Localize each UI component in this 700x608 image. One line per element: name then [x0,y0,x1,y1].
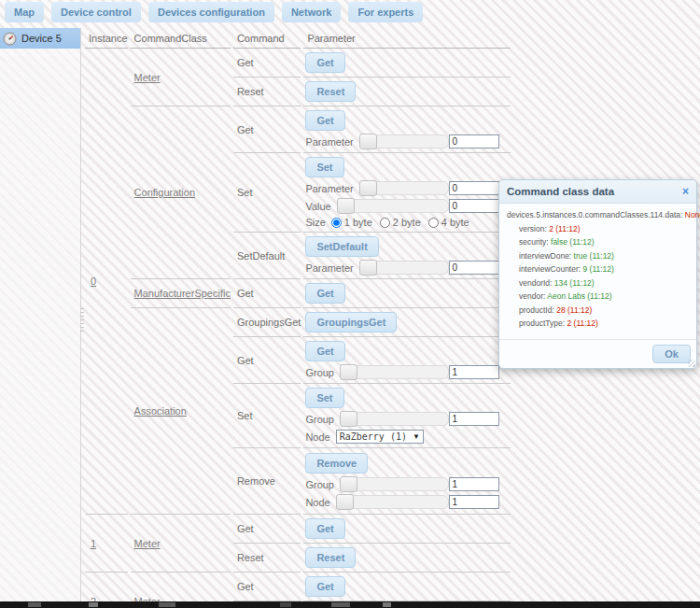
size-radio-2byte[interactable]: 2 byte [380,217,421,228]
close-icon[interactable]: × [682,186,689,197]
field-label-group: Group [305,367,334,378]
size-radio-4byte[interactable]: 4 byte [428,217,469,228]
slider-handle[interactable] [340,476,357,492]
command-class-table: Instance CommandClass Command Parameter … [82,28,513,608]
dialog-footer: Ok [499,339,696,368]
entry-value: 9 (11:12) [583,264,614,274]
groupingsget-button[interactable]: GroupingsGet [305,312,397,332]
group-slider[interactable] [340,412,449,426]
slider-handle[interactable] [359,260,377,276]
commandclass-link-association[interactable]: Association [134,405,187,417]
data-entry: devices.5.instances.0.commandClasses.114… [507,211,691,219]
set-button[interactable]: Set [305,157,343,177]
group-slider[interactable] [340,477,449,491]
data-entry: version: 2 (11:12) [507,225,691,233]
command-label: Get [233,49,301,78]
sidebar-item-device-5[interactable]: Device 5 [0,28,80,49]
nav-map[interactable]: Map [5,2,44,22]
ok-button[interactable]: Ok [652,345,691,363]
header-instance: Instance [85,28,128,49]
nav-network[interactable]: Network [282,2,341,22]
command-label: Reset [233,78,301,106]
entry-label: productId: [519,305,554,315]
commandclass-link-configuration[interactable]: Configuration [134,187,195,198]
field-label-size: Size [305,217,325,228]
header-commandclass: CommandClass [131,28,231,49]
radio-label: 4 byte [441,217,469,228]
entry-value: 2 (11:12) [549,224,580,233]
command-label: SetDefault [233,233,301,279]
get-button[interactable]: Get [305,52,344,73]
parameter-slider[interactable] [359,134,450,148]
data-entry: productId: 28 (11:12) [507,306,691,315]
value-input[interactable] [449,199,499,213]
resize-grip-icon[interactable] [688,360,695,367]
header-command: Command [233,28,301,49]
value-slider[interactable] [337,199,450,213]
get-button[interactable]: Get [305,518,344,539]
command-label: Get [233,515,301,544]
slider-handle[interactable] [336,494,354,510]
data-entry: vendorId: 134 (11:12) [507,279,691,288]
command-label: Get [233,337,301,384]
slider-handle[interactable] [340,364,357,380]
dropdown-arrow-icon: ▼ [413,432,420,441]
parameter-input[interactable] [449,134,499,148]
node-select[interactable]: RaZberry (1) ▼ [336,430,424,444]
get-button[interactable]: Get [305,110,344,131]
get-button[interactable]: Get [305,576,344,597]
size-radio-1byte-input[interactable] [331,218,342,228]
gauge-icon [3,32,17,46]
parameter-input[interactable] [449,261,499,275]
slider-handle[interactable] [359,180,377,196]
group-input[interactable] [449,477,499,491]
field-label-group: Group [305,414,334,425]
parameter-slider[interactable] [359,181,450,195]
slider-handle[interactable] [337,198,355,214]
dialog-body: devices.5.instances.0.commandClasses.114… [499,204,696,339]
size-radio-4byte-input[interactable] [428,218,439,228]
node-slider[interactable] [336,495,450,509]
nav-device-control[interactable]: Device control [51,2,141,22]
field-label-parameter: Parameter [305,183,353,194]
size-radio-2byte-input[interactable] [380,218,390,228]
data-entry: security: false (11:12) [507,238,691,247]
remove-button[interactable]: Remove [305,453,368,474]
parameter-input[interactable] [449,181,499,195]
node-input[interactable] [449,495,499,509]
commandclass-link-meter[interactable]: Meter [134,538,161,549]
field-label-node: Node [305,497,329,508]
commandclass-link-manufacturerspecific[interactable]: ManufacturerSpecific [134,288,231,299]
command-label: Get [233,279,301,308]
entry-value: 2 (11:12) [567,318,598,328]
group-input[interactable] [449,365,499,379]
command-label: GroupingsGet [233,308,301,337]
command-class-data-dialog: Command class data × devices.5.instances… [498,179,697,369]
group-slider[interactable] [340,365,449,379]
parameter-slider[interactable] [359,261,450,275]
field-label-group: Group [305,479,334,490]
setdefault-button[interactable]: SetDefault [305,236,378,257]
size-radio-1byte[interactable]: 1 byte [331,217,372,228]
command-label: Set [233,153,301,233]
group-input[interactable] [449,412,499,426]
nav-devices-configuration[interactable]: Devices configuration [148,2,274,22]
radio-label: 2 byte [393,217,421,228]
field-label-value: Value [305,201,330,212]
get-button[interactable]: Get [305,283,344,304]
reset-button[interactable]: Reset [305,81,356,102]
nav-for-experts[interactable]: For experts [348,2,423,22]
set-button[interactable]: Set [305,388,343,408]
entry-value: None (11:12) [685,210,700,219]
bottom-taskbar-strip [0,601,700,608]
entry-label: productType: [519,318,565,328]
get-button[interactable]: Get [305,341,344,361]
instance-link-0[interactable]: 0 [91,276,96,287]
slider-handle[interactable] [359,134,377,149]
slider-handle[interactable] [340,411,357,427]
instance-link-1[interactable]: 1 [91,538,96,549]
commandclass-link-meter[interactable]: Meter [134,72,161,83]
command-label: Get [233,106,301,153]
reset-button[interactable]: Reset [305,547,356,568]
command-label: Remove [233,448,301,515]
